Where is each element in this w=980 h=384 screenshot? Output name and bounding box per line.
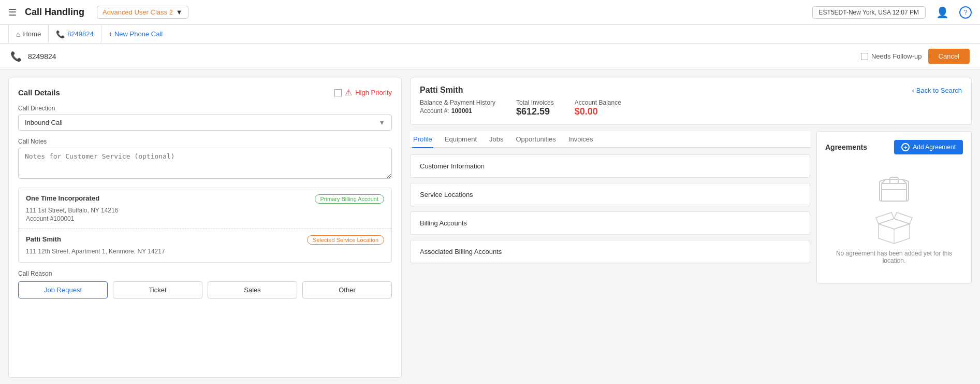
service-location-section: Patti Smith Selected Service Location 11… xyxy=(19,229,391,262)
add-icon: + xyxy=(901,143,910,151)
customer-name: Patti Smith xyxy=(420,86,912,95)
chevron-down-icon: ▼ xyxy=(176,8,183,16)
call-direction-select[interactable]: Inbound Call ▼ xyxy=(18,115,392,131)
service-location-name: Patti Smith xyxy=(26,235,61,243)
needs-followup-container: Needs Follow-up xyxy=(861,52,922,60)
billing-accounts-button[interactable]: Billing Accounts xyxy=(410,211,810,235)
sidebar-item-phone[interactable]: 📞 8249824 xyxy=(49,25,101,43)
selected-service-location-badge: Selected Service Location xyxy=(307,235,384,245)
account-cards-wrapper: One Time Incorporated Primary Billing Ac… xyxy=(18,188,392,263)
account-balance-section: Account Balance $0.00 xyxy=(575,99,621,117)
total-invoices-section: Total Invoices $612.59 xyxy=(516,99,554,117)
account-ref-number: 100001 xyxy=(451,107,472,115)
tab-profile[interactable]: Profile xyxy=(412,131,433,148)
phone-icon: 📞 xyxy=(56,30,65,38)
call-direction-value: Inbound Call xyxy=(25,119,63,126)
empty-box-icon xyxy=(875,172,913,203)
account-ref: Account #: 100001 xyxy=(420,107,495,115)
phone-bar-number: 8249824 xyxy=(28,52,56,61)
tab-opportunities[interactable]: Opportunities xyxy=(515,131,557,148)
primary-account-name: One Time Incorporated xyxy=(26,194,99,202)
call-notes-label: Call Notes xyxy=(18,138,392,145)
sub-nav: ⌂ Home 📞 8249824 + New Phone Call xyxy=(0,25,980,44)
account-balance-label: Account Balance xyxy=(575,99,621,106)
service-location-address: 111 12th Street, Apartment 1, Kenmore, N… xyxy=(26,248,384,255)
call-details-header: Call Details ⚠ High Priority xyxy=(18,88,392,97)
phone-bar: 📞 8249824 Needs Follow-up Cancel xyxy=(0,44,980,69)
home-label: Home xyxy=(23,30,41,38)
profile-left: Profile Equipment Jobs Opportunities Inv… xyxy=(410,131,810,283)
svg-rect-0 xyxy=(882,183,906,201)
primary-billing-badge: Primary Billing Account xyxy=(315,194,385,204)
needs-followup-label: Needs Follow-up xyxy=(871,52,922,60)
account-balance-value: $0.00 xyxy=(575,106,621,117)
agreements-header: Agreements + Add Agreement xyxy=(825,140,963,154)
customer-header: Patti Smith ‹ Back to Search Balance & P… xyxy=(410,78,972,125)
help-icon[interactable]: ? xyxy=(959,6,972,19)
tab-jobs[interactable]: Jobs xyxy=(488,131,504,148)
new-call-label: + New Phone Call xyxy=(109,30,163,38)
add-agreement-label: Add Agreement xyxy=(913,144,956,151)
primary-account-section: One Time Incorporated Primary Billing Ac… xyxy=(19,188,391,229)
tab-invoices[interactable]: Invoices xyxy=(567,131,594,148)
user-class-label: Advanced User Class 2 xyxy=(103,8,173,16)
svg-marker-1 xyxy=(879,219,910,229)
top-nav: ☰ Call Handling Advanced User Class 2 ▼ … xyxy=(0,0,980,25)
call-details-title: Call Details xyxy=(18,88,334,97)
add-agreement-button[interactable]: + Add Agreement xyxy=(894,140,963,154)
home-icon: ⌂ xyxy=(16,30,20,38)
call-reason-job-request[interactable]: Job Request xyxy=(18,281,108,298)
tabs-bar: Profile Equipment Jobs Opportunities Inv… xyxy=(410,131,810,148)
profile-sections: Customer Information Service Locations B… xyxy=(410,154,810,263)
high-priority-icon: ⚠ xyxy=(345,88,352,97)
call-reason-other[interactable]: Other xyxy=(302,281,392,298)
empty-box-visual xyxy=(873,208,915,245)
call-reason-ticket[interactable]: Ticket xyxy=(113,281,202,298)
user-icon[interactable]: 👤 xyxy=(936,6,949,19)
right-panel: Patti Smith ‹ Back to Search Balance & P… xyxy=(410,78,972,378)
call-reason-sales[interactable]: Sales xyxy=(208,281,297,298)
app-title: Call Handling xyxy=(25,7,84,18)
main-content: Call Details ⚠ High Priority Call Direct… xyxy=(0,69,980,384)
select-arrow-icon: ▼ xyxy=(378,119,385,126)
needs-followup-checkbox[interactable] xyxy=(861,53,868,60)
call-reason-buttons: Job Request Ticket Sales Other xyxy=(18,281,392,298)
billing-section: Balance & Payment History Account #: 100… xyxy=(420,99,495,115)
timezone-badge: EST5EDT-New York, USA 12:07 PM xyxy=(812,6,926,19)
tab-equipment[interactable]: Equipment xyxy=(444,131,478,148)
left-panel: Call Details ⚠ High Priority Call Direct… xyxy=(8,78,402,378)
new-phone-call-button[interactable]: + New Phone Call xyxy=(101,25,170,43)
call-notes-textarea[interactable] xyxy=(18,148,392,179)
high-priority-container: ⚠ High Priority xyxy=(334,88,392,97)
svg-marker-3 xyxy=(894,212,912,224)
call-reason-label: Call Reason xyxy=(18,270,392,277)
service-locations-button[interactable]: Service Locations xyxy=(410,183,810,206)
phone-label: 8249824 xyxy=(67,30,94,38)
hamburger-icon[interactable]: ☰ xyxy=(8,7,17,18)
total-invoices-value: $612.59 xyxy=(516,106,554,117)
account-ref-label: Account #: xyxy=(420,107,449,115)
primary-account-address: 111 1st Street, Buffalo, NY 14216 xyxy=(26,207,384,214)
high-priority-checkbox[interactable] xyxy=(334,89,342,96)
customer-information-button[interactable]: Customer Information xyxy=(410,154,810,178)
profile-area: Profile Equipment Jobs Opportunities Inv… xyxy=(410,131,972,283)
phone-bar-icon: 📞 xyxy=(10,51,22,62)
cancel-button[interactable]: Cancel xyxy=(928,49,970,64)
agreements-panel: Agreements + Add Agreement xyxy=(816,131,972,283)
user-class-dropdown[interactable]: Advanced User Class 2 ▼ xyxy=(97,6,188,19)
back-to-search-label: Back to Search xyxy=(916,87,962,94)
sidebar-item-home[interactable]: ⌂ Home xyxy=(8,25,49,43)
profile-right: Agreements + Add Agreement xyxy=(816,131,972,283)
chevron-left-icon: ‹ xyxy=(912,87,914,94)
svg-marker-2 xyxy=(876,212,894,224)
back-to-search-link[interactable]: ‹ Back to Search xyxy=(912,87,962,94)
call-direction-label: Call Direction xyxy=(18,105,392,112)
agreements-title: Agreements xyxy=(825,143,867,151)
associated-billing-accounts-button[interactable]: Associated Billing Accounts xyxy=(410,240,810,263)
empty-agreements-message: No agreement has been added yet for this… xyxy=(830,250,958,264)
primary-account-number: Account #100001 xyxy=(26,215,384,222)
high-priority-label: High Priority xyxy=(355,89,392,96)
total-invoices-label: Total Invoices xyxy=(516,99,554,106)
billing-history-label: Balance & Payment History xyxy=(420,99,495,106)
empty-agreements-container: No agreement has been added yet for this… xyxy=(825,162,963,275)
